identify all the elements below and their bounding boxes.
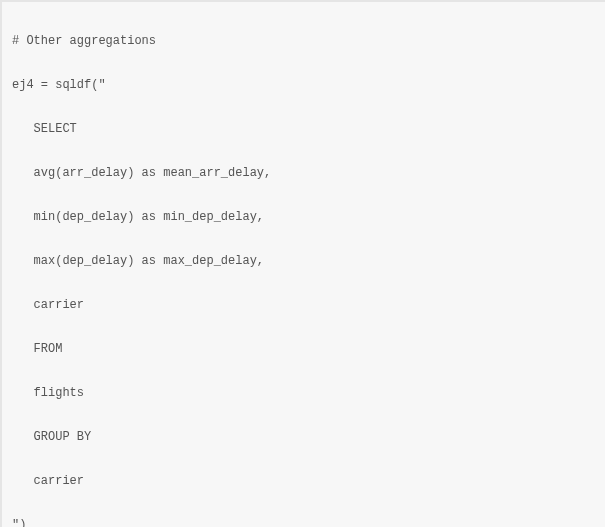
code-line: FROM: [12, 338, 595, 360]
code-line: carrier: [12, 470, 595, 492]
code-line: SELECT: [12, 118, 595, 140]
code-line: carrier: [12, 294, 595, 316]
code-line: "): [12, 514, 595, 527]
code-line: max(dep_delay) as max_dep_delay,: [12, 250, 595, 272]
code-line: ej4 = sqldf(": [12, 74, 595, 96]
code-line: min(dep_delay) as min_dep_delay,: [12, 206, 595, 228]
code-line: avg(arr_delay) as mean_arr_delay,: [12, 162, 595, 184]
code-block: # Other aggregations ej4 = sqldf(" SELEC…: [2, 2, 605, 527]
code-line: GROUP BY: [12, 426, 595, 448]
code-line: flights: [12, 382, 595, 404]
code-line: # Other aggregations: [12, 30, 595, 52]
